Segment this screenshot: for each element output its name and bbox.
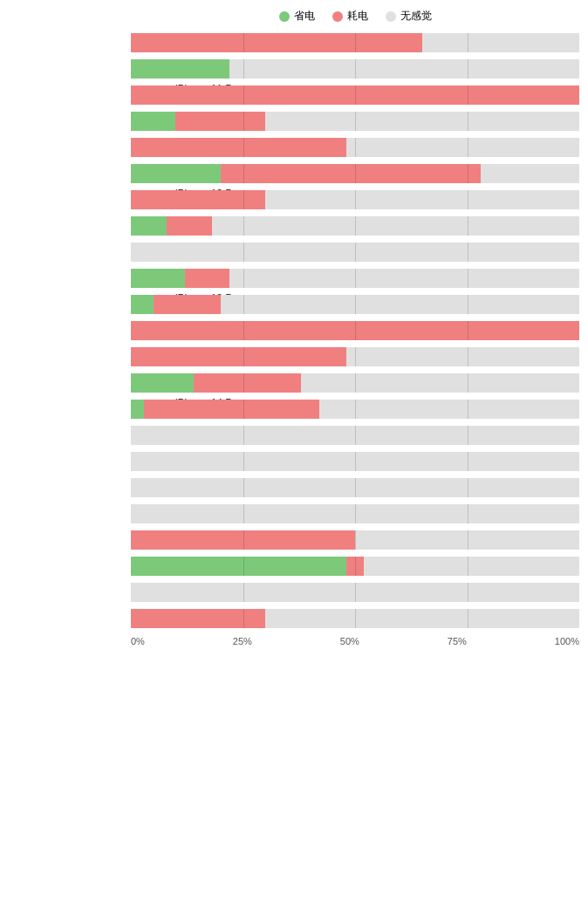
bar-track (131, 112, 579, 131)
bar-segment-red (131, 321, 579, 340)
vline-75 (468, 269, 468, 288)
bar-segment-red (131, 85, 579, 105)
bar-track (131, 33, 579, 52)
bar-track (131, 190, 579, 209)
bar-segment-red (131, 530, 355, 550)
bar-track (131, 321, 579, 340)
bar-segment-green (131, 373, 194, 393)
bar-row: iPhone 13 ProMax (131, 292, 579, 317)
bar-row: iPhone SE 第3代 (131, 502, 579, 526)
bar-segment-red (144, 400, 318, 419)
bar-track (131, 216, 579, 236)
legend-label: 耗电 (347, 9, 368, 24)
legend: 省电耗电无感觉 (9, 9, 579, 24)
x-axis: 0%25%50%75%100% (131, 636, 579, 646)
vline-75 (468, 504, 468, 523)
xaxis-label: 25% (233, 636, 252, 646)
bar-row: iPhone 14 Pro (131, 371, 579, 395)
vline-75 (468, 216, 468, 236)
vline-75 (468, 138, 468, 157)
bar-track (131, 452, 579, 471)
bar-row: iPhone 12 mini (131, 135, 579, 160)
bar-segment-red (221, 164, 481, 183)
vline-75 (468, 557, 468, 576)
bar-row: iPhone 11 Pro (131, 57, 579, 81)
vline-75 (468, 609, 468, 628)
bar-segment-red (131, 347, 346, 366)
xaxis-label: 100% (555, 636, 579, 646)
bar-row: iPhone XS (131, 580, 579, 605)
xaxis-label: 0% (131, 636, 145, 646)
bar-track (131, 583, 579, 602)
bar-segment-green (131, 164, 221, 183)
bar-segment-red (185, 269, 229, 288)
vline-75 (468, 347, 468, 366)
bar-track (131, 400, 579, 419)
vline-75 (468, 243, 468, 262)
vline-75 (468, 478, 468, 497)
bar-row: iPhone 13 Pro (131, 266, 579, 291)
vline-75 (468, 85, 468, 105)
bar-row: iPhone 12 Pro (131, 161, 579, 186)
bar-row: iPhone XR (131, 554, 579, 578)
legend-label: 省电 (294, 9, 315, 24)
legend-color-dot (279, 11, 290, 22)
legend-color-dot (386, 11, 396, 22)
bar-segment-red (154, 295, 221, 314)
legend-item: 无感觉 (386, 9, 432, 24)
vline-75 (468, 400, 468, 419)
bar-track (131, 530, 579, 550)
bar-track (131, 243, 579, 262)
bar-row: iPhone SE 第2代 (131, 475, 579, 500)
bar-segment-red (167, 216, 211, 236)
bar-segment-green (131, 216, 167, 236)
bar-track (131, 269, 579, 288)
bar-segment-green (131, 295, 154, 314)
bar-track (131, 295, 579, 314)
vline-75 (468, 426, 468, 445)
bar-track (131, 347, 579, 366)
chart-container: 省电耗电无感觉 iPhone 11iPhone 11 ProiPhone 11 … (9, 9, 579, 646)
bar-track (131, 478, 579, 497)
bar-row: iPhone 8 Plus (131, 449, 579, 474)
bar-track (131, 373, 579, 393)
xaxis-label: 75% (448, 636, 467, 646)
vline-75 (468, 452, 468, 471)
bar-row: iPhone 11 ProMax (131, 83, 579, 107)
bar-segment-green (131, 59, 229, 79)
bar-track (131, 504, 579, 523)
chart-area: iPhone 11iPhone 11 ProiPhone 11 ProMaxiP… (9, 31, 579, 631)
vline-75 (468, 164, 468, 183)
vline-75 (468, 373, 468, 393)
bar-row: iPhone 13 (131, 214, 579, 238)
bar-track (131, 138, 579, 157)
bar-row: iPhone 11 (131, 31, 579, 55)
bar-row: iPhone 14 ProMax (131, 397, 579, 421)
bar-track (131, 557, 579, 576)
bar-segment-green (131, 269, 185, 288)
bar-segment-red (131, 190, 265, 209)
bar-segment-red (175, 112, 265, 131)
vline-75 (468, 112, 468, 131)
bar-row: iPhone XS Max (131, 606, 579, 631)
bar-segment-green (131, 112, 175, 131)
vline-75 (468, 33, 468, 52)
vline-75 (468, 59, 468, 79)
bar-segment-red (194, 373, 301, 393)
bar-segment-red (131, 138, 346, 157)
bar-row: iPhone 13 mini (131, 240, 579, 264)
bar-track (131, 59, 579, 79)
legend-item: 耗电 (332, 9, 368, 24)
xaxis-label: 50% (340, 636, 359, 646)
bar-row: iPhone 14 (131, 318, 579, 343)
legend-label: 无感觉 (400, 9, 432, 24)
bar-row: iPhone 12 (131, 109, 579, 133)
bar-track (131, 426, 579, 445)
vline-75 (468, 530, 468, 550)
bar-row: iPhone 14 Plus (131, 345, 579, 369)
legend-color-dot (332, 11, 343, 22)
bar-track (131, 85, 579, 105)
bar-segment-green (131, 557, 346, 576)
bar-segment-green (131, 400, 144, 419)
vline-75 (468, 295, 468, 314)
